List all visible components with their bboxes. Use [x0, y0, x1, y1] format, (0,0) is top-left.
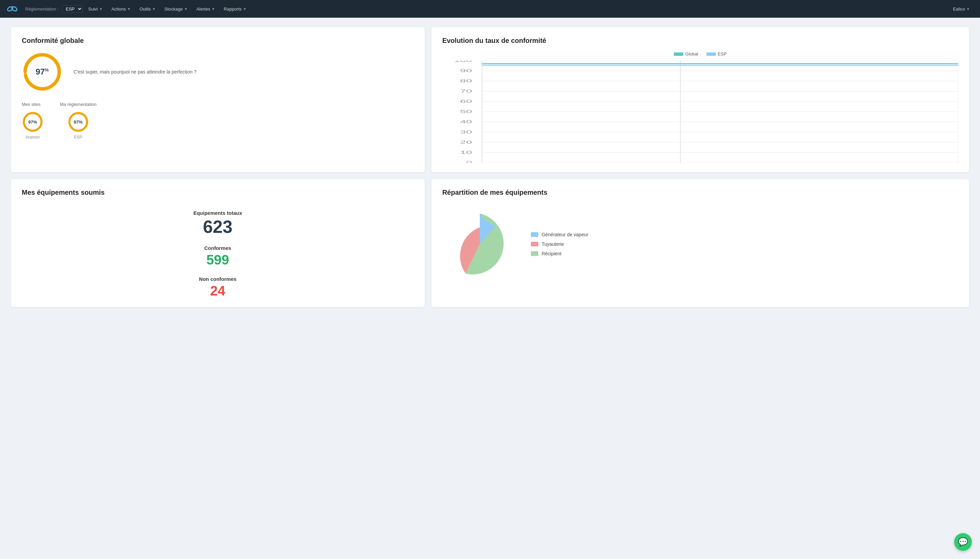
svg-text:60: 60 [460, 99, 472, 104]
svg-text:30: 30 [460, 130, 472, 134]
conformite-title: Conformité globale [22, 37, 414, 45]
svg-text:10: 10 [460, 150, 472, 155]
tuyauterie-swatch [531, 242, 538, 246]
esp-donut-group: 97% ESP [60, 111, 97, 140]
esp-percent: 97% [74, 119, 82, 125]
main-donut-value: 97% [36, 67, 49, 77]
equipements-title: Mes équipements soumis [22, 189, 414, 197]
pie-chart [442, 207, 517, 281]
svg-text:50: 50 [460, 109, 472, 114]
evolution-card: Evolution du taux de conformité Global E… [431, 27, 969, 172]
global-label: Global [685, 51, 698, 56]
svg-text:100: 100 [454, 61, 472, 63]
esp-donut: 97% [68, 111, 89, 133]
logo [6, 3, 18, 15]
legend-recipient: Récipient [531, 251, 588, 256]
stockage-chevron-icon: ▼ [184, 7, 188, 11]
nav-stockage[interactable]: Stockage ▼ [161, 5, 191, 13]
ma-reglementation-label: Ma réglementation [60, 102, 97, 107]
main-content: Conformité globale 97% C'est super, mais… [0, 18, 980, 317]
nav-outils[interactable]: Outils ▼ [136, 5, 159, 13]
evolution-chart-area: 100 90 80 70 60 50 40 30 20 10 0 Septemb… [442, 61, 958, 163]
repartition-content: Générateur de vapeur Tuyauterie Récipien… [442, 203, 958, 281]
main-donut-chart: 97% [22, 51, 63, 92]
recipient-swatch [531, 251, 538, 256]
equipements-content: Equipements totaux 623 Conformes 599 Non… [22, 203, 414, 298]
alertes-chevron-icon: ▼ [212, 7, 215, 11]
equipements-card: Mes équipements soumis Equipements totau… [11, 179, 425, 307]
repartition-title: Répartition de mes équipements [442, 189, 958, 197]
esp-label: ESP [74, 135, 82, 140]
legend-tuyauterie: Tuyauterie [531, 241, 588, 247]
legend-esp: ESP [706, 51, 727, 56]
navbar: Réglementation : ESP Suivi ▼ Actions ▼ O… [0, 0, 980, 18]
svg-text:40: 40 [460, 119, 472, 124]
mes-sites-section: Mes sites 97% Aramon [22, 102, 44, 140]
conformite-message: C'est super, mais pourquoi ne pas attein… [74, 68, 196, 76]
legend-global: Global [674, 51, 698, 56]
evolution-title: Evolution du taux de conformité [442, 37, 958, 45]
svg-text:0: 0 [466, 160, 472, 163]
actions-chevron-icon: ▼ [127, 7, 131, 11]
regulation-label: Réglementation : [25, 7, 59, 12]
nav-alertes[interactable]: Alertes ▼ [193, 5, 218, 13]
non-conformes-label: Non conformes [199, 276, 236, 282]
outils-chevron-icon: ▼ [152, 7, 155, 11]
generateur-swatch [531, 232, 538, 237]
conformite-bottom-section: Mes sites 97% Aramon Ma réglementation [22, 102, 414, 140]
aramon-donut: 97% [22, 111, 44, 133]
pie-legend: Générateur de vapeur Tuyauterie Récipien… [531, 232, 588, 256]
aramon-donut-group: 97% Aramon [22, 111, 44, 140]
legend-generateur: Générateur de vapeur [531, 232, 588, 237]
user-menu[interactable]: Ealico ▼ [949, 5, 974, 13]
nav-actions[interactable]: Actions ▼ [108, 5, 134, 13]
generateur-label: Générateur de vapeur [542, 232, 588, 237]
esp-swatch [706, 53, 716, 56]
tuyauterie-label: Tuyauterie [542, 241, 564, 247]
conformite-globale-card: Conformité globale 97% C'est super, mais… [11, 27, 425, 172]
svg-point-1 [11, 6, 18, 12]
svg-text:20: 20 [460, 140, 472, 145]
repartition-card: Répartition de mes équipements [431, 179, 969, 307]
ma-reglementation-section: Ma réglementation 97% ESP [60, 102, 97, 140]
user-chevron-icon: ▼ [967, 7, 970, 11]
mes-sites-label: Mes sites [22, 102, 44, 107]
nav-rapports[interactable]: Rapports ▼ [221, 5, 250, 13]
svg-text:70: 70 [460, 89, 472, 94]
total-value: 623 [203, 218, 233, 236]
conformes-value: 599 [206, 253, 229, 266]
non-conformes-value: 24 [210, 284, 226, 298]
global-swatch [674, 53, 683, 56]
rapports-chevron-icon: ▼ [243, 7, 246, 11]
conformes-label: Conformes [204, 245, 231, 251]
aramon-percent: 97% [28, 119, 37, 125]
conformite-top-section: 97% C'est super, mais pourquoi ne pas at… [22, 51, 414, 92]
svg-text:80: 80 [460, 79, 472, 83]
esp-label: ESP [718, 51, 727, 56]
chart-legend: Global ESP [442, 51, 958, 56]
recipient-label: Récipient [542, 251, 561, 256]
svg-text:90: 90 [460, 68, 472, 73]
regulation-select[interactable]: ESP [62, 5, 82, 13]
total-label: Equipements totaux [193, 210, 242, 216]
nav-suivi[interactable]: Suivi ▼ [85, 5, 106, 13]
suivi-chevron-icon: ▼ [99, 7, 102, 11]
aramon-label: Aramon [26, 135, 40, 140]
